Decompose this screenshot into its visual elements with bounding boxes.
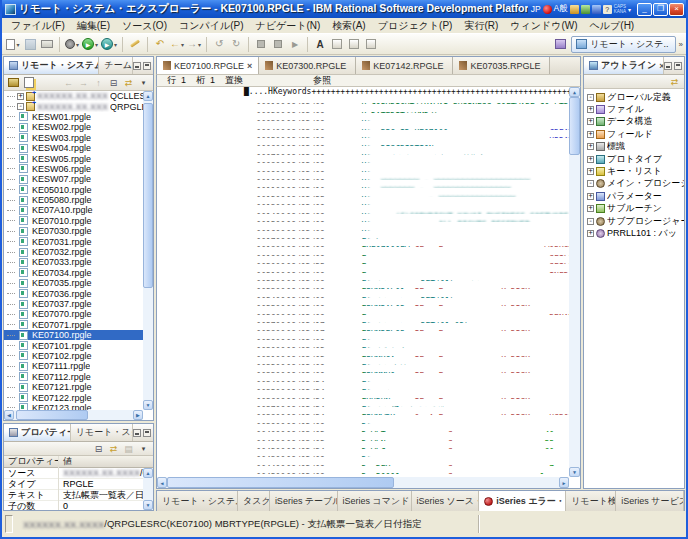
- perspective-remote-systems[interactable]: リモート・システ..: [571, 36, 675, 53]
- verify-button[interactable]: [64, 35, 80, 53]
- menu-item[interactable]: ソース(O): [116, 18, 173, 34]
- refresh-outline-icon[interactable]: ⇄: [669, 76, 680, 87]
- tree-item[interactable]: KESW02.rpgle: [4, 122, 143, 132]
- scroll-thumb[interactable]: [569, 97, 580, 155]
- tree-item[interactable]: KESW04.rpgle: [4, 143, 143, 153]
- perspective-overflow-chevron[interactable]: »: [679, 40, 683, 49]
- run-button[interactable]: [81, 35, 99, 53]
- scroll-thumb[interactable]: [143, 103, 153, 288]
- ime-jp-indicator[interactable]: JP: [531, 4, 541, 14]
- show-advanced-icon[interactable]: ⇄: [108, 443, 119, 454]
- collapse-all-icon[interactable]: [108, 77, 119, 88]
- bottom-tab[interactable]: iSeries テーブル・..: [270, 491, 338, 511]
- tree-item[interactable]: KE07121.rpgle: [4, 382, 143, 392]
- bottom-tab[interactable]: タスク: [238, 491, 270, 511]
- bookmark-button[interactable]: [329, 35, 345, 53]
- ime-pad-icon[interactable]: [581, 5, 590, 14]
- tree-item[interactable]: KE07032.rpgle: [4, 247, 143, 257]
- back-icon[interactable]: ←: [63, 77, 74, 88]
- tree-item[interactable]: KE07031.rpgle: [4, 236, 143, 246]
- scroll-right-icon[interactable]: ▶: [133, 410, 143, 420]
- up-icon[interactable]: ↑: [93, 77, 104, 88]
- refresh-icon[interactable]: ⇄: [123, 77, 134, 88]
- forward-icon[interactable]: →: [78, 77, 89, 88]
- tree-item[interactable]: KE07102.rpgle: [4, 351, 143, 361]
- tree-item[interactable]: KE07112.rpgle: [4, 372, 143, 382]
- tree-item[interactable]: KE07070.rpgle: [4, 309, 143, 319]
- expand-toggle-icon[interactable]: +: [587, 156, 594, 163]
- minimize-button[interactable]: _: [637, 3, 652, 16]
- tree-item[interactable]: KE07071.rpgle: [4, 320, 143, 330]
- maximize-view-icon[interactable]: [674, 62, 682, 70]
- tree-item[interactable]: + XXXXXX.XX.XXX QCLLESRC: [4, 91, 143, 101]
- outline-item[interactable]: + ファイル: [584, 103, 684, 115]
- outline-item[interactable]: - サブプロシージャー: [584, 215, 684, 227]
- tree-item[interactable]: - XXXXXX.XX.XXX QRPGLESRC: [4, 101, 143, 111]
- tree-item[interactable]: KE07100.rpgle: [4, 330, 143, 340]
- expand-toggle-icon[interactable]: -: [587, 180, 594, 187]
- close-editor-icon[interactable]: ×: [247, 61, 252, 71]
- expand-toggle-icon[interactable]: +: [587, 106, 594, 113]
- expand-toggle-icon[interactable]: +: [587, 118, 594, 125]
- menu-item[interactable]: プロジェクト(P): [372, 18, 459, 34]
- scroll-down-icon[interactable]: ▼: [569, 467, 580, 477]
- tree-item[interactable]: KE07037.rpgle: [4, 299, 143, 309]
- outline-item[interactable]: + 標識: [584, 141, 684, 153]
- expand-toggle-icon[interactable]: -: [587, 94, 594, 101]
- resume-button[interactable]: ▶: [287, 35, 303, 53]
- outline-item[interactable]: + PRRLL101 : バッ: [584, 227, 684, 239]
- tree-item[interactable]: KE07030.rpgle: [4, 226, 143, 236]
- tree-item[interactable]: KE05010.rpgle: [4, 185, 143, 195]
- scroll-up-icon[interactable]: ▲: [143, 91, 153, 101]
- expand-toggle-icon[interactable]: +: [587, 168, 594, 175]
- expand-toggle-icon[interactable]: +: [587, 205, 594, 212]
- outline-item[interactable]: + パラメーター: [584, 190, 684, 202]
- minimize-view-icon[interactable]: [133, 62, 141, 70]
- wand-button[interactable]: [127, 35, 143, 53]
- outline-item[interactable]: + フィールド: [584, 128, 684, 140]
- scroll-up-icon[interactable]: ▲: [143, 468, 153, 478]
- outline-item[interactable]: + サブルーチン: [584, 203, 684, 215]
- terminate-button[interactable]: [253, 35, 269, 53]
- scroll-thumb[interactable]: [16, 410, 88, 420]
- bottom-tab[interactable]: iSeries エラー・リス.. ×: [479, 491, 566, 511]
- outline-item[interactable]: + キー・リスト: [584, 165, 684, 177]
- ime-dictionary-icon[interactable]: [570, 5, 579, 14]
- text-style-button[interactable]: [312, 35, 328, 53]
- view-menu-icon[interactable]: [138, 77, 149, 88]
- outline-item[interactable]: - メイン・プロシージャー: [584, 178, 684, 190]
- expand-toggle-icon[interactable]: +: [587, 131, 594, 138]
- minimize-view-icon[interactable]: [133, 429, 141, 437]
- editor-tab[interactable]: KE07300.RPGLE: [259, 57, 356, 74]
- bottom-tab[interactable]: iSeries コマンド・ロ..: [338, 491, 412, 511]
- scroll-right-icon[interactable]: ▶: [559, 477, 569, 488]
- expand-toggle-icon[interactable]: +: [587, 230, 594, 237]
- refresh-back-button[interactable]: ↺: [211, 35, 227, 53]
- tab-remote-scratchpad[interactable]: リモート・スク..: [71, 424, 133, 441]
- bottom-tab[interactable]: iSeries サービス・..: [616, 491, 684, 511]
- tree-item[interactable]: KE07033.rpgle: [4, 257, 143, 267]
- tree-item[interactable]: KESW01.rpgle: [4, 112, 143, 122]
- restore-default-icon[interactable]: ▤: [123, 443, 134, 454]
- new-connection-icon[interactable]: [23, 77, 34, 88]
- tree-item[interactable]: KESW07.rpgle: [4, 174, 143, 184]
- new-wizard-button[interactable]: [5, 35, 21, 53]
- tree-item[interactable]: KE05080.rpgle: [4, 195, 143, 205]
- refresh-forward-button[interactable]: ↻: [228, 35, 244, 53]
- menu-item[interactable]: 編集(E): [71, 18, 116, 34]
- scroll-thumb[interactable]: [167, 477, 394, 488]
- view-menu-icon[interactable]: [138, 443, 149, 454]
- tree-item[interactable]: KE07A10.rpgle: [4, 205, 143, 215]
- tree-item[interactable]: KESW03.rpgle: [4, 133, 143, 143]
- tree-item[interactable]: KE07101.rpgle: [4, 340, 143, 350]
- tree-item[interactable]: KE07111.rpgle: [4, 361, 143, 371]
- source-editor[interactable]: █....HKeywords++++++++++++++++++++++++++…: [156, 87, 581, 489]
- outline-item[interactable]: + プロトタイプ: [584, 153, 684, 165]
- show-categories-icon[interactable]: [93, 443, 104, 454]
- tab-outline[interactable]: アウトライン ×: [584, 57, 664, 74]
- tab-properties[interactable]: プロパティー ×: [4, 424, 71, 441]
- maximize-button[interactable]: ❐: [653, 3, 668, 16]
- expand-toggle-icon[interactable]: -: [17, 103, 24, 110]
- connect-icon[interactable]: [8, 77, 19, 88]
- editor-tab[interactable]: KE07142.RPGLE: [356, 57, 453, 74]
